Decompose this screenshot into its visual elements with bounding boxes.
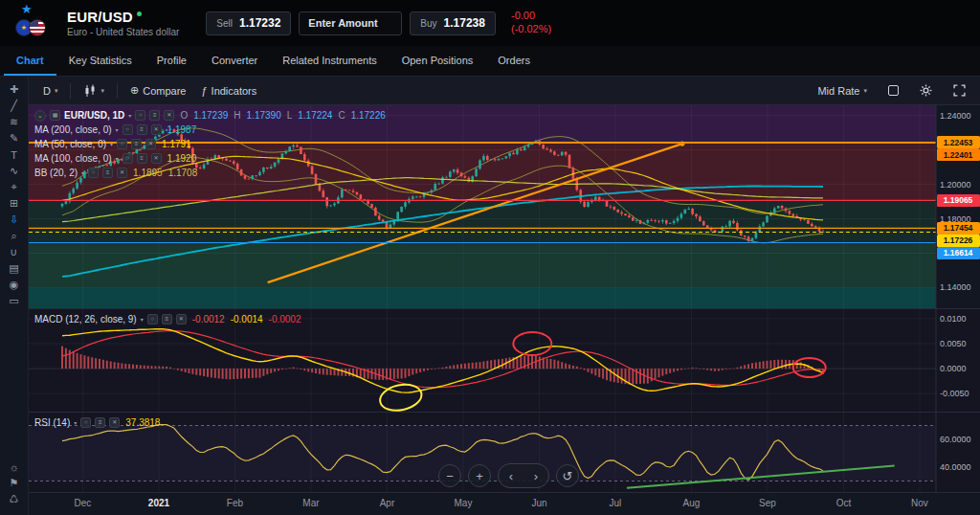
indicator-label[interactable]: RSI (14) bbox=[34, 417, 70, 428]
candlestick-icon bbox=[83, 84, 97, 98]
magnet-tool-icon[interactable]: ∪ bbox=[3, 244, 26, 260]
svg-text:0.0000: 0.0000 bbox=[940, 364, 967, 373]
legend-delete-button[interactable]: ✕ bbox=[151, 124, 162, 135]
indicator-value: C bbox=[338, 110, 345, 121]
legend-menu-icon[interactable]: ▦ bbox=[50, 110, 60, 121]
tab-key-statistics[interactable]: Key Statistics bbox=[56, 46, 145, 76]
legend-delete-button[interactable]: ✕ bbox=[164, 110, 174, 121]
svg-text:1.17226: 1.17226 bbox=[944, 235, 973, 245]
templates-tool-icon[interactable]: ▤ bbox=[3, 260, 26, 277]
legend-hide-button[interactable]: ○ bbox=[88, 168, 99, 178]
chevron-down-icon: ▾ bbox=[141, 316, 144, 323]
settings-button[interactable] bbox=[913, 81, 939, 100]
fib-tool-icon[interactable]: ≋ bbox=[3, 114, 26, 130]
sell-button[interactable]: Sell 1.17232 bbox=[206, 11, 291, 35]
legend-settings-button[interactable]: ≡ bbox=[95, 417, 105, 428]
trendline-tool-icon[interactable]: ╱ bbox=[3, 98, 26, 114]
legend-row: RSI (14)▾○≡✕37.3818 bbox=[34, 415, 160, 430]
time-axis-label: 2021 bbox=[145, 498, 172, 508]
instrument-subtitle: Euro - United States dollar bbox=[67, 27, 179, 37]
tab-chart[interactable]: Chart bbox=[4, 46, 56, 76]
legend-settings-button[interactable]: ≡ bbox=[149, 110, 160, 121]
svg-text:-0.0050: -0.0050 bbox=[940, 389, 969, 398]
price-badge: 1.19065 bbox=[937, 194, 980, 207]
legend-hide-button[interactable]: ○ bbox=[80, 417, 91, 428]
mid-rate-dropdown[interactable]: Mid Rate▾ bbox=[811, 82, 874, 100]
fullscreen-button[interactable] bbox=[947, 81, 972, 100]
tab-open-positions[interactable]: Open Positions bbox=[390, 46, 486, 76]
legend-hide-button[interactable]: ○ bbox=[122, 124, 133, 135]
stickers-tool-icon[interactable]: ⊞ bbox=[3, 195, 26, 212]
price-chart-panel[interactable]: 1.240001.200001.180001.140001.224531.224… bbox=[29, 105, 980, 308]
text-tool-icon[interactable]: T bbox=[3, 146, 26, 163]
indicator-value: 1.17239 bbox=[193, 110, 228, 121]
time-axis-label: Oct bbox=[830, 498, 857, 508]
scroll-left-button[interactable]: ‹ bbox=[499, 464, 523, 487]
legend-hide-button[interactable]: ○ bbox=[135, 110, 145, 121]
measure-tool-icon[interactable]: ⌕ bbox=[3, 228, 26, 244]
svg-text:60.0000: 60.0000 bbox=[940, 435, 971, 444]
legend-delete-button[interactable]: ✕ bbox=[151, 153, 162, 164]
forecast-tool-icon[interactable]: ⌖ bbox=[3, 179, 26, 195]
time-axis-label: Apr bbox=[373, 498, 400, 508]
legend-hide-button[interactable]: ○ bbox=[122, 153, 133, 164]
legend-delete-button[interactable]: ✕ bbox=[145, 139, 156, 149]
legend-row: ⌄▦EUR/USD, 1D▾○≡✕O1.17239H1.17390L1.1722… bbox=[34, 108, 386, 123]
indicator-label[interactable]: MA (50, close, 0) bbox=[34, 139, 106, 149]
legend-settings-button[interactable]: ≡ bbox=[137, 153, 147, 164]
brush-tool-icon[interactable]: ✎ bbox=[3, 130, 26, 146]
indicators-button[interactable]: ƒ Indicators bbox=[194, 82, 263, 100]
indicator-label[interactable]: MA (100, close, 0) bbox=[34, 153, 112, 164]
indicator-label[interactable]: EUR/USD, 1D bbox=[64, 110, 124, 121]
collapse-legend-icon[interactable]: ⌄ bbox=[34, 110, 46, 122]
crosshair-tool-icon[interactable]: ✚ bbox=[3, 81, 26, 98]
macd-panel[interactable]: 0.01000.00500.0000-0.0050 MACD (12, 26, … bbox=[29, 308, 980, 412]
chart-type-button[interactable]: ▾ bbox=[77, 81, 111, 101]
legend-settings-button[interactable]: ≡ bbox=[102, 168, 113, 178]
legend-settings-button[interactable]: ≡ bbox=[131, 139, 142, 149]
buy-button[interactable]: Buy 1.17238 bbox=[410, 11, 496, 35]
snapshot-button[interactable] bbox=[881, 82, 905, 99]
arrow-down-tool-icon[interactable]: ⇩ bbox=[3, 212, 26, 228]
amount-input[interactable] bbox=[299, 11, 402, 35]
favorite-star-icon[interactable]: ★ bbox=[21, 2, 33, 16]
legend-delete-button[interactable]: ✕ bbox=[176, 314, 187, 325]
legend-delete-button[interactable]: ✕ bbox=[117, 168, 127, 178]
legend-delete-button[interactable]: ✕ bbox=[109, 417, 120, 428]
price-change: -0.00 bbox=[511, 10, 551, 23]
svg-text:40.0000: 40.0000 bbox=[940, 462, 971, 472]
time-axis-label: Jul bbox=[602, 498, 629, 508]
sell-label: Sell bbox=[216, 18, 233, 29]
zoom-in-button[interactable]: + bbox=[468, 464, 491, 487]
legend-hide-button[interactable]: ○ bbox=[117, 139, 127, 149]
tab-converter[interactable]: Converter bbox=[199, 46, 270, 76]
compare-button[interactable]: ⊕ Compare bbox=[123, 81, 192, 100]
camera-icon bbox=[888, 85, 899, 96]
zoom-out-button[interactable]: − bbox=[438, 464, 461, 487]
legend-hide-button[interactable]: ○ bbox=[147, 314, 158, 325]
tab-related-instruments[interactable]: Related Instruments bbox=[270, 46, 389, 76]
indicator-label[interactable]: MA (200, close, 0) bbox=[34, 124, 112, 135]
indicator-label[interactable]: MACD (12, 26, close, 9) bbox=[34, 314, 137, 325]
trash-tool-icon[interactable]: ♺ bbox=[3, 491, 26, 507]
legend-settings-button[interactable]: ≡ bbox=[137, 124, 147, 135]
legend-settings-button[interactable]: ≡ bbox=[162, 314, 172, 325]
time-axis[interactable]: Dec2021FebMarAprMayJunJulAugSepOctNov bbox=[29, 492, 980, 515]
legend-row: MACD (12, 26, close, 9)▾○≡✕-0.0012-0.001… bbox=[34, 312, 301, 326]
legend-row: MA (200, close, 0)▾○≡✕1.1987 bbox=[34, 123, 386, 137]
scroll-right-button[interactable]: › bbox=[523, 464, 548, 487]
indicator-label[interactable]: BB (20, 2) bbox=[34, 168, 78, 178]
idea-bulb-icon[interactable]: ☼ bbox=[3, 459, 26, 475]
svg-text:1.19065: 1.19065 bbox=[944, 195, 973, 205]
tab-profile[interactable]: Profile bbox=[145, 46, 199, 76]
pattern-tool-icon[interactable]: ∿ bbox=[3, 163, 26, 179]
tab-orders[interactable]: Orders bbox=[485, 46, 543, 76]
ruler-tool-icon[interactable]: ▭ bbox=[3, 293, 26, 309]
flag-tool-icon[interactable]: ⚑ bbox=[3, 475, 26, 491]
eye-tool-icon[interactable]: ◉ bbox=[3, 277, 26, 293]
time-axis-label: Mar bbox=[298, 498, 324, 508]
timeframe-button[interactable]: D▾ bbox=[36, 82, 64, 100]
reset-chart-button[interactable]: ↺ bbox=[556, 464, 579, 487]
indicator-value: 1.1791 bbox=[162, 139, 191, 149]
chevron-down-icon: ▾ bbox=[110, 141, 113, 147]
